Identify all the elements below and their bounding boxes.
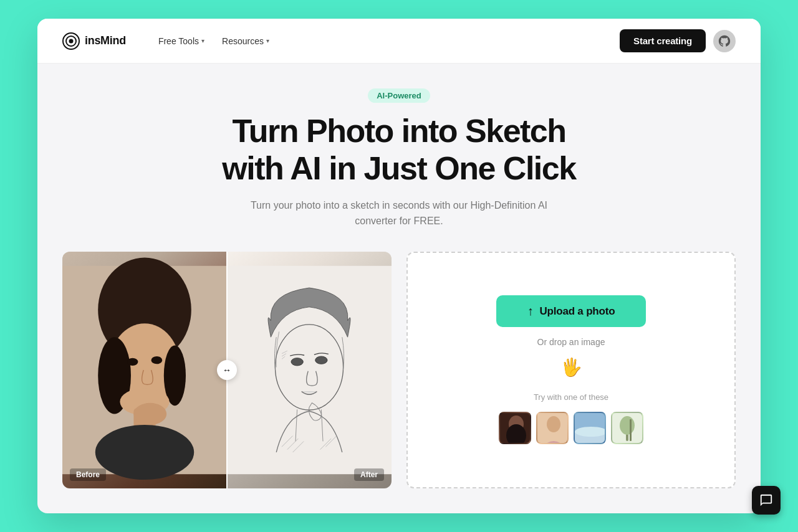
svg-point-20: [315, 356, 327, 364]
image-compare-panel[interactable]: ↔ Before After: [62, 252, 392, 488]
sample-thumb-1[interactable]: [499, 412, 531, 444]
sample-image-2-svg: [537, 413, 569, 444]
start-creating-button[interactable]: Start creating: [620, 29, 706, 52]
svg-point-9: [151, 356, 163, 364]
logo-icon: [62, 32, 80, 50]
hero-section: AI-Powered Turn Photo into Sketch with A…: [62, 88, 736, 229]
chevron-down-icon: ▾: [266, 37, 269, 44]
svg-point-13: [95, 425, 194, 480]
sample-thumbnails: [499, 412, 643, 444]
ai-badge: AI-Powered: [368, 88, 430, 103]
chat-button[interactable]: [752, 486, 781, 515]
sample-image-4-svg: [612, 413, 643, 444]
divider-handle[interactable]: ↔: [217, 360, 237, 380]
svg-point-19: [291, 358, 303, 366]
svg-rect-32: [630, 419, 632, 441]
sample-image-1-svg: [500, 413, 531, 444]
sample-thumb-4[interactable]: [611, 412, 643, 444]
upload-photo-button[interactable]: ↑ Upload a photo: [496, 295, 646, 327]
drop-text: Or drop an image: [537, 337, 605, 347]
after-image-svg: [227, 252, 392, 488]
after-label: After: [354, 468, 384, 481]
before-image-svg: [62, 252, 227, 488]
hero-subtitle: Turn your photo into a sketch in seconds…: [237, 197, 561, 229]
chevron-down-icon: ▾: [201, 37, 204, 44]
navbar: insMind Free Tools ▾ Resources ▾ Start c…: [37, 19, 761, 64]
after-side: [227, 252, 392, 488]
nav-resources[interactable]: Resources ▾: [214, 31, 277, 51]
svg-point-31: [620, 416, 635, 435]
hero-title: Turn Photo into Sketch with AI in Just O…: [62, 113, 736, 188]
before-side: [62, 252, 227, 488]
image-compare-inner: ↔ Before After: [62, 252, 392, 488]
sample-image-3-svg: [575, 413, 606, 444]
upload-panel: ↑ Upload a photo Or drop an image 🖐 Try …: [406, 252, 736, 488]
github-icon: [718, 34, 731, 48]
before-label: Before: [70, 468, 106, 481]
main-content: AI-Powered Turn Photo into Sketch with A…: [37, 64, 761, 513]
nav-actions: Start creating: [620, 29, 736, 52]
svg-point-8: [127, 358, 138, 366]
sample-thumb-3[interactable]: [574, 412, 606, 444]
upload-icon: ↑: [527, 304, 534, 318]
hand-cursor-icon: 🖐: [560, 357, 582, 378]
nav-free-tools[interactable]: Free Tools ▾: [151, 31, 212, 51]
svg-point-25: [547, 416, 560, 432]
panels-row: ↔ Before After ↑ Upload a photo Or drop …: [62, 252, 736, 488]
svg-point-2: [69, 39, 74, 43]
browser-window: insMind Free Tools ▾ Resources ▾ Start c…: [37, 19, 761, 513]
svg-point-12: [133, 403, 166, 425]
nav-links: Free Tools ▾ Resources ▾: [151, 31, 620, 51]
sample-thumb-2[interactable]: [536, 412, 569, 444]
try-text: Try with one of these: [534, 392, 608, 402]
chat-icon: [759, 493, 773, 507]
logo-text: insMind: [85, 34, 126, 47]
logo-link[interactable]: insMind: [62, 32, 126, 50]
svg-point-28: [575, 427, 606, 437]
github-avatar[interactable]: [713, 30, 736, 52]
